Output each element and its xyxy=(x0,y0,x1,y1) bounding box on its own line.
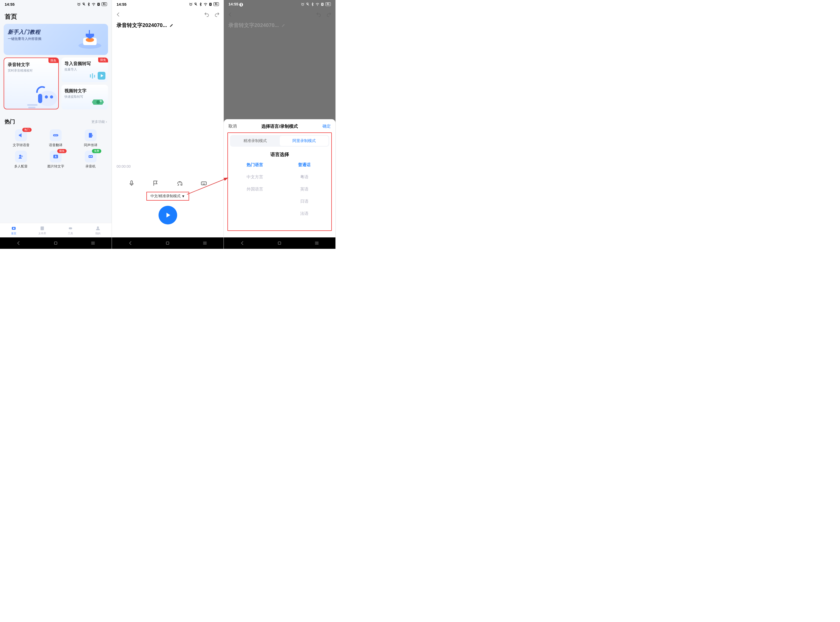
svg-rect-20 xyxy=(89,133,92,138)
lang-option-french[interactable]: 法语 xyxy=(300,211,309,216)
edit-icon[interactable] xyxy=(169,23,174,28)
tool-simultaneous-interpret[interactable]: 同声传译 xyxy=(73,129,108,148)
flag-icon[interactable] xyxy=(152,180,159,187)
svg-rect-25 xyxy=(88,155,93,158)
svg-rect-16 xyxy=(94,75,95,78)
record-button[interactable] xyxy=(158,206,177,224)
card-video-to-text[interactable]: 视频转文字 快速提取转写 xyxy=(61,85,108,109)
wifi-icon xyxy=(204,2,207,6)
home-icon xyxy=(11,226,17,231)
mode-tab-precise[interactable]: 精准录制模式 xyxy=(231,136,280,146)
undo-icon[interactable] xyxy=(204,12,210,17)
card-import-audio[interactable]: 限免 导入音频转写 批量导入 xyxy=(61,58,108,82)
document-title: 录音转文字2024070... xyxy=(228,22,279,29)
mode-selector[interactable]: 中文/精准录制模式 ▼ xyxy=(146,192,189,201)
redo-icon[interactable] xyxy=(214,12,220,17)
tool-multi-voice[interactable]: 多人配音 xyxy=(4,151,38,169)
back-nav-icon[interactable] xyxy=(128,241,133,246)
svg-point-35 xyxy=(205,5,205,6)
tab-tools[interactable]: 工具 xyxy=(68,226,73,235)
language-list-column: 普通话 粤语 英语 日语 法语 xyxy=(280,162,329,216)
feature-cards: 限免 录音转文字 实时录音精准校对 限免 导入音频转写 批量导入 xyxy=(4,58,108,109)
android-nav-bar xyxy=(112,238,224,249)
status-time: 14:55 xyxy=(5,2,15,6)
back-nav-icon[interactable] xyxy=(240,241,245,246)
status-bar: 14:55 81 xyxy=(112,0,224,8)
people-icon xyxy=(15,151,27,163)
bottom-sheet: 取消 选择语言/录制模式 确定 精准录制模式 阿里录制模式 语言选择 热门语言 … xyxy=(224,119,335,238)
tab-files[interactable]: 文件库 xyxy=(38,226,46,235)
android-nav-bar xyxy=(224,238,335,249)
wifi-icon xyxy=(92,2,96,6)
tool-voice-translate[interactable]: 语音翻译 xyxy=(38,129,73,148)
home-nav-icon[interactable] xyxy=(165,241,170,246)
svg-point-9 xyxy=(50,95,53,99)
svg-rect-30 xyxy=(40,226,44,230)
recents-nav-icon[interactable] xyxy=(202,241,207,246)
svg-rect-37 xyxy=(131,181,132,184)
battery-indicator: 81 xyxy=(325,2,331,6)
svg-rect-14 xyxy=(90,75,91,78)
lang-option-japanese[interactable]: 日语 xyxy=(300,199,309,204)
battery-indicator: 81 xyxy=(102,2,107,6)
svg-point-32 xyxy=(97,226,99,228)
tab-profile[interactable]: 我的 xyxy=(95,226,101,235)
confirm-button[interactable]: 确定 xyxy=(323,123,331,129)
status-icons: 81 xyxy=(189,2,219,6)
sim-icon xyxy=(97,2,100,6)
lang-option-cantonese[interactable]: 粤语 xyxy=(300,174,309,180)
tool-label: 同声传译 xyxy=(84,143,97,148)
lang-option-mandarin[interactable]: 普通话 xyxy=(298,162,310,168)
android-nav-bar xyxy=(0,238,112,249)
svg-point-27 xyxy=(91,156,92,157)
tab-label: 文件库 xyxy=(38,232,46,235)
lang-option-english[interactable]: 英语 xyxy=(300,187,309,192)
mute-icon xyxy=(194,2,198,6)
tutorial-banner[interactable]: 新手入门教程 一键批量导入外部音频 xyxy=(4,24,108,55)
top-bar-dimmed xyxy=(224,8,335,21)
tab-home[interactable]: 首页 xyxy=(11,226,17,235)
bottom-tab-bar: 首页 文件库 工具 我的 xyxy=(0,223,112,238)
dropdown-triangle-icon: ▼ xyxy=(181,194,185,198)
back-icon[interactable] xyxy=(116,12,121,17)
svg-point-29 xyxy=(13,227,15,229)
page-title: 首页 xyxy=(0,8,112,23)
tool-recorder[interactable]: 免费 录音机 xyxy=(73,151,108,169)
lang-category-popular[interactable]: 热门语言 xyxy=(247,162,263,168)
recents-nav-icon[interactable] xyxy=(314,241,320,246)
recents-nav-icon[interactable] xyxy=(90,241,96,246)
svg-rect-31 xyxy=(69,227,72,229)
document-title-row: 录音转文字2024070... xyxy=(112,21,224,30)
card-record-to-text[interactable]: 限免 录音转文字 实时录音精准校对 xyxy=(4,58,59,109)
back-nav-icon[interactable] xyxy=(16,241,21,246)
tab-label: 我的 xyxy=(95,232,100,235)
lang-category-dialect[interactable]: 中文方言 xyxy=(247,174,263,180)
cancel-button[interactable]: 取消 xyxy=(228,123,237,129)
tool-label: 录音机 xyxy=(85,164,96,169)
status-icons: 81 xyxy=(77,2,107,6)
svg-point-22 xyxy=(21,156,23,157)
svg-rect-39 xyxy=(166,242,169,244)
document-voice-icon xyxy=(85,129,97,141)
mic-icon[interactable] xyxy=(128,180,135,187)
top-bar xyxy=(112,8,224,21)
tool-text-to-speech[interactable]: 热门 文字转语音 xyxy=(4,129,38,148)
card-title: 视频转文字 xyxy=(64,88,105,94)
lang-category-foreign[interactable]: 外国语言 xyxy=(247,187,263,192)
tools-icon xyxy=(68,226,73,231)
profile-icon xyxy=(95,226,101,231)
svg-point-17 xyxy=(96,100,100,104)
bluetooth-icon xyxy=(87,2,91,6)
video-illustration xyxy=(88,95,107,108)
redo-icon xyxy=(326,12,332,17)
home-nav-icon[interactable] xyxy=(277,241,282,246)
mode-tab-ali[interactable]: 阿里录制模式 xyxy=(280,136,329,146)
keyboard-icon[interactable] xyxy=(201,180,207,187)
bluetooth-icon xyxy=(310,2,315,6)
headphones-icon[interactable] xyxy=(177,180,183,187)
more-link[interactable]: 更多功能 › xyxy=(91,119,107,124)
tool-image-to-text[interactable]: 限免 A 图片转文字 xyxy=(38,151,73,169)
home-nav-icon[interactable] xyxy=(53,241,58,246)
screen-language-sheet: 14:551 81 录音转文字2024070... 取消 xyxy=(224,0,336,249)
banner-illustration xyxy=(75,27,105,51)
